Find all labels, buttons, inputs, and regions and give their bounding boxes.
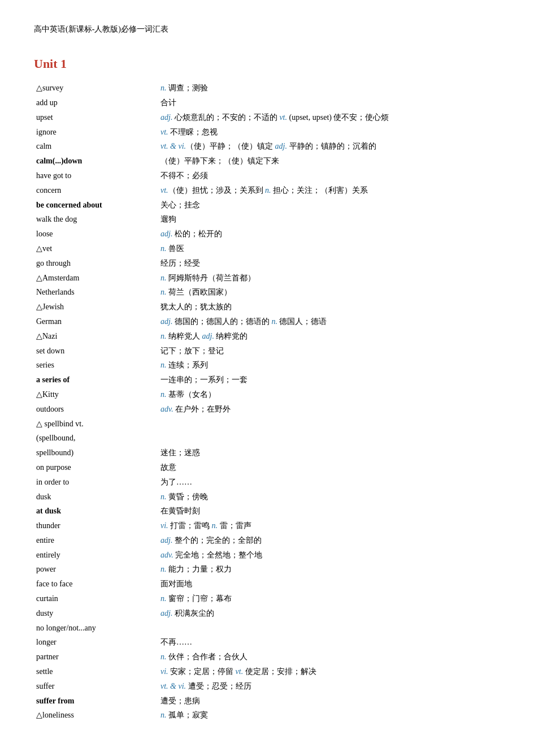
vocab-definition: n. 窗帘；门帘；幕布	[158, 591, 500, 606]
vocab-definition: vi. 打雷；雷鸣 n. 雷；雷声	[158, 519, 500, 533]
vocab-row: entirelyadv. 完全地；全然地；整个地	[34, 548, 500, 563]
vocab-word: entire	[34, 533, 158, 548]
vocab-definition: n. 阿姆斯特丹（荷兰首都）	[158, 271, 500, 286]
vocab-row: △lonelinessn. 孤单；寂寞	[34, 708, 500, 723]
vocab-definition: 犹太人的；犹太族的	[158, 300, 500, 314]
vocab-row: go through经历；经受	[34, 256, 500, 271]
vocab-definition: n. 兽医	[158, 241, 500, 256]
vocab-row: calmvt. & vi.（使）平静；（使）镇定 adj. 平静的；镇静的；沉着…	[34, 139, 500, 154]
vocab-word: Netherlands	[34, 285, 158, 300]
vocab-definition: vt. & vi.（使）平静；（使）镇定 adj. 平静的；镇静的；沉着的	[158, 139, 500, 154]
vocab-word: dusty	[34, 606, 158, 621]
vocab-row: (spellbound,	[34, 431, 500, 446]
vocab-row: at dusk在黄昏时刻	[34, 504, 500, 519]
vocab-definition: n. 连续；系列	[158, 358, 500, 373]
vocab-row: on purpose故意	[34, 460, 500, 475]
vocab-word: on purpose	[34, 460, 158, 475]
vocab-definition	[158, 417, 500, 431]
vocab-definition: 记下；放下；登记	[158, 344, 500, 358]
vocab-row: walk the dog遛狗	[34, 212, 500, 227]
vocab-word: add up	[34, 96, 158, 110]
vocab-definition: adj. 整个的；完全的；全部的	[158, 533, 500, 548]
vocab-row: looseadj. 松的；松开的	[34, 227, 500, 241]
vocab-row: set down记下；放下；登记	[34, 344, 500, 358]
vocab-row: △Nazin. 纳粹党人 adj. 纳粹党的	[34, 329, 500, 344]
vocab-word: power	[34, 562, 158, 577]
vocab-definition: 一连串的；一系列；一套	[158, 373, 500, 387]
vocab-word: face to face	[34, 577, 158, 591]
vocab-word: △Amsterdam	[34, 271, 158, 286]
vocab-definition: adv. 完全地；全然地；整个地	[158, 548, 500, 563]
vocab-row: face to face面对面地	[34, 577, 500, 591]
vocab-row: Netherlandsn. 荷兰（西欧国家）	[34, 285, 500, 300]
vocab-definition: 迷住；迷惑	[158, 446, 500, 460]
vocab-definition: 遛狗	[158, 212, 500, 227]
vocab-word: set down	[34, 344, 158, 358]
vocab-word: longer	[34, 635, 158, 650]
vocab-word: settle	[34, 664, 158, 679]
vocab-word: in order to	[34, 475, 158, 490]
vocab-table: △surveyn. 调查；测验add up合计upsetadj. 心烦意乱的；不…	[34, 81, 500, 723]
vocab-definition: 在黄昏时刻	[158, 504, 500, 519]
vocab-word: outdoors	[34, 402, 158, 417]
vocab-definition: adj. 德国的；德国人的；德语的 n. 德国人；德语	[158, 314, 500, 329]
vocab-word: go through	[34, 256, 158, 271]
vocab-definition	[158, 431, 500, 446]
vocab-row: thundervi. 打雷；雷鸣 n. 雷；雷声	[34, 519, 500, 533]
vocab-row: powern. 能力；力量；权力	[34, 562, 500, 577]
vocab-definition: vt.（使）担忧；涉及；关系到 n. 担心；关注；（利害）关系	[158, 183, 500, 198]
vocab-definition: 经历；经受	[158, 256, 500, 271]
vocab-definition	[158, 621, 500, 636]
vocab-row: entireadj. 整个的；完全的；全部的	[34, 533, 500, 548]
vocab-row: suffer from遭受；患病	[34, 694, 500, 709]
vocab-row: dustyadj. 积满灰尘的	[34, 606, 500, 621]
vocab-row: △Kittyn. 基蒂（女名）	[34, 387, 500, 402]
vocab-word: △Kitty	[34, 387, 158, 402]
vocab-row: have got to不得不；必须	[34, 169, 500, 183]
vocab-row: upsetadj. 心烦意乱的；不安的；不适的 vt. (upset, upse…	[34, 110, 500, 125]
vocab-word: ignore	[34, 125, 158, 140]
vocab-row: a series of一连串的；一系列；一套	[34, 373, 500, 387]
vocab-row: settlevi. 安家；定居；停留 vt. 使定居；安排；解决	[34, 664, 500, 679]
vocab-definition: adj. 松的；松开的	[158, 227, 500, 241]
vocab-word: entirely	[34, 548, 158, 563]
vocab-row: no longer/not...any	[34, 621, 500, 636]
vocab-definition: vi. 安家；定居；停留 vt. 使定居；安排；解决	[158, 664, 500, 679]
page-title: 高中英语(新课标-人教版)必修一词汇表	[34, 23, 500, 36]
vocab-definition: n. 黄昏；傍晚	[158, 490, 500, 504]
vocab-definition: vt. 不理睬；忽视	[158, 125, 500, 140]
vocab-word: at dusk	[34, 504, 158, 519]
vocab-word: a series of	[34, 373, 158, 387]
vocab-row: add up合计	[34, 96, 500, 110]
vocab-definition: 不再……	[158, 635, 500, 650]
vocab-row: concernvt.（使）担忧；涉及；关系到 n. 担心；关注；（利害）关系	[34, 183, 500, 198]
unit-title: Unit 1	[34, 53, 500, 74]
vocab-row: spellbound) 迷住；迷惑	[34, 446, 500, 460]
vocab-definition: adj. 积满灰尘的	[158, 606, 500, 621]
vocab-word: dusk	[34, 490, 158, 504]
vocab-row: longer不再……	[34, 635, 500, 650]
vocab-definition: n. 伙伴；合作者；合伙人	[158, 650, 500, 664]
vocab-word: German	[34, 314, 158, 329]
vocab-word: (spellbound,	[34, 431, 158, 446]
vocab-word: △Nazi	[34, 329, 158, 344]
vocab-definition: n. 孤单；寂寞	[158, 708, 500, 723]
vocab-word: spellbound)	[34, 446, 158, 460]
vocab-definition: n. 荷兰（西欧国家）	[158, 285, 500, 300]
vocab-definition: vt. & vi. 遭受；忍受；经历	[158, 679, 500, 694]
vocab-word: suffer from	[34, 694, 158, 709]
vocab-definition: 关心；挂念	[158, 198, 500, 213]
vocab-definition: n. 基蒂（女名）	[158, 387, 500, 402]
vocab-row: in order to为了……	[34, 475, 500, 490]
vocab-definition: 遭受；患病	[158, 694, 500, 709]
vocab-row: duskn. 黄昏；傍晚	[34, 490, 500, 504]
vocab-row: curtainn. 窗帘；门帘；幕布	[34, 591, 500, 606]
vocab-word: be concerned about	[34, 198, 158, 213]
vocab-definition: 不得不；必须	[158, 169, 500, 183]
vocab-definition: 为了……	[158, 475, 500, 490]
vocab-row: calm(...)down（使）平静下来；（使）镇定下来	[34, 154, 500, 169]
vocab-definition: adv. 在户外；在野外	[158, 402, 500, 417]
vocab-row: △Amsterdamn. 阿姆斯特丹（荷兰首都）	[34, 271, 500, 286]
vocab-row: △ spellbind vt.	[34, 417, 500, 431]
vocab-word: △loneliness	[34, 708, 158, 723]
